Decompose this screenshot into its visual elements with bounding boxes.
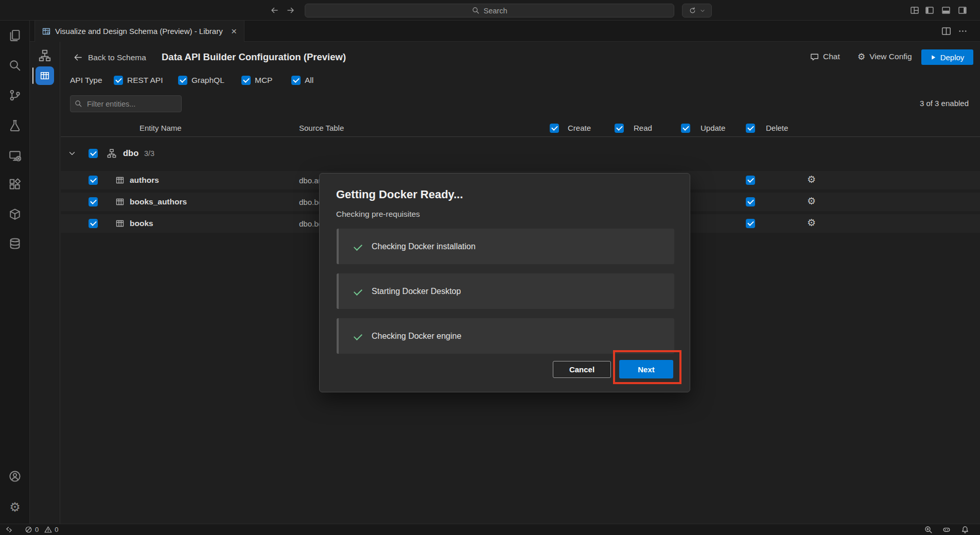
copilot-indicator[interactable] xyxy=(942,524,951,535)
chat-icon xyxy=(810,53,819,61)
warning-icon xyxy=(44,526,52,533)
all-label: All xyxy=(305,76,313,85)
check-icon xyxy=(353,287,363,296)
account-icon[interactable] xyxy=(9,470,21,482)
toggle-sidebar-icon[interactable] xyxy=(925,6,934,15)
nav-back-icon[interactable] xyxy=(270,6,279,15)
delete-checkbox[interactable] xyxy=(746,176,755,185)
tab-label: Visualize and Design Schema (Preview) - … xyxy=(55,27,225,36)
group-name: dbo xyxy=(123,148,138,158)
delete-checkbox[interactable] xyxy=(746,219,755,228)
all-checkbox[interactable] xyxy=(291,76,301,85)
read-all-checkbox[interactable] xyxy=(615,124,624,133)
search-icon[interactable] xyxy=(9,59,21,72)
step-label: Starting Docker Desktop xyxy=(372,287,461,296)
create-all-checkbox[interactable] xyxy=(550,124,559,133)
next-button[interactable]: Next xyxy=(619,360,673,378)
chevron-down-icon xyxy=(699,8,706,14)
docker-ready-dialog: Getting Docker Ready... Checking pre-req… xyxy=(319,173,690,392)
play-icon xyxy=(931,55,936,60)
mcp-label: MCP xyxy=(255,76,272,85)
update-all-checkbox[interactable] xyxy=(681,124,690,133)
delete-all-checkbox[interactable] xyxy=(746,124,755,133)
table-design-icon xyxy=(42,27,50,36)
more-actions-icon[interactable] xyxy=(958,26,968,36)
source-control-icon[interactable] xyxy=(9,89,21,101)
table-config-icon xyxy=(40,71,49,80)
database-icon[interactable] xyxy=(9,237,21,250)
close-icon[interactable]: × xyxy=(230,26,238,36)
container-icon[interactable] xyxy=(9,208,21,220)
notifications-indicator[interactable] xyxy=(961,524,969,535)
api-type-label: API Type xyxy=(70,76,102,85)
create-header: Create xyxy=(568,124,591,132)
row-checkbox[interactable] xyxy=(89,197,98,206)
deploy-label: Deploy xyxy=(940,53,965,62)
tab-visualize-schema[interactable]: Visualize and Design Schema (Preview) - … xyxy=(34,21,244,42)
split-editor-icon[interactable] xyxy=(941,26,951,36)
view-config-button[interactable]: ⚙ View Config xyxy=(857,52,912,61)
dialog-title: Getting Docker Ready... xyxy=(336,188,463,201)
back-to-schema-link[interactable]: Back to Schema xyxy=(73,53,146,62)
mcp-checkbox[interactable] xyxy=(241,76,251,85)
dialog-subtitle: Checking pre-requisites xyxy=(336,210,420,219)
extensions-icon[interactable] xyxy=(9,178,21,191)
entity-name-header: Entity Name xyxy=(139,124,182,132)
api-type-row: API Type REST API GraphQL MCP All xyxy=(61,72,980,89)
source-table-header: Source Table xyxy=(299,124,344,132)
zoom-indicator[interactable] xyxy=(924,524,933,535)
copilot-icon xyxy=(942,526,951,534)
enabled-summary: 3 of 3 enabled xyxy=(920,99,969,108)
chat-label: Chat xyxy=(823,52,840,61)
update-header: Update xyxy=(701,124,725,132)
filter-entities-input[interactable] xyxy=(70,95,182,112)
cancel-button[interactable]: Cancel xyxy=(553,361,611,378)
chat-button[interactable]: Chat xyxy=(810,52,840,61)
remote-icon xyxy=(5,526,13,533)
entity-name: authors xyxy=(130,176,159,185)
activity-bar: ⚙ xyxy=(0,21,30,524)
toggle-panel-icon[interactable] xyxy=(941,6,951,15)
entities-table-header: Entity Name Source Table Create Read Upd… xyxy=(61,119,980,137)
problems-indicator[interactable]: 0 0 xyxy=(25,524,58,535)
command-center-search[interactable]: Search xyxy=(305,4,674,18)
toggle-secondary-sidebar-icon[interactable] xyxy=(958,6,967,15)
session-button[interactable] xyxy=(682,4,712,18)
rest-api-checkbox[interactable] xyxy=(114,76,123,85)
delete-header: Delete xyxy=(766,124,788,132)
session-loop-icon xyxy=(689,7,696,14)
row-settings-gear-icon[interactable]: ⚙ xyxy=(807,218,816,229)
back-arrow-icon xyxy=(73,53,83,62)
filter-entities-field xyxy=(70,95,182,112)
nav-forward-icon[interactable] xyxy=(286,6,295,15)
settings-gear-icon[interactable]: ⚙ xyxy=(8,501,22,513)
warning-count: 0 xyxy=(55,526,58,533)
row-checkbox[interactable] xyxy=(89,219,98,228)
remote-indicator[interactable] xyxy=(5,524,13,535)
back-label: Back to Schema xyxy=(88,53,146,62)
test-beaker-icon[interactable] xyxy=(9,119,21,132)
chevron-down-icon[interactable] xyxy=(68,149,76,158)
search-icon xyxy=(472,7,480,14)
read-header: Read xyxy=(634,124,652,132)
view-config-label: View Config xyxy=(869,52,912,61)
row-settings-gear-icon[interactable]: ⚙ xyxy=(807,175,816,185)
check-icon xyxy=(353,242,363,251)
schema-icon xyxy=(107,149,116,158)
title-bar: Search xyxy=(0,0,980,21)
row-settings-gear-icon[interactable]: ⚙ xyxy=(807,196,816,207)
deploy-button[interactable]: Deploy xyxy=(921,49,973,65)
error-icon xyxy=(25,526,32,533)
row-checkbox[interactable] xyxy=(89,176,98,185)
schema-visualize-icon[interactable] xyxy=(39,49,51,62)
remote-explorer-icon[interactable] xyxy=(9,149,21,162)
graphql-checkbox[interactable] xyxy=(178,76,187,85)
dab-config-button[interactable] xyxy=(36,66,54,85)
step-label: Checking Docker installation xyxy=(372,242,476,251)
vscode-window: { "titlebar": { "search_label": "Search"… xyxy=(0,0,980,535)
layout-customize-icon[interactable] xyxy=(910,6,919,15)
step-docker-desktop: Starting Docker Desktop xyxy=(337,273,674,309)
explorer-icon[interactable] xyxy=(9,29,21,42)
delete-checkbox[interactable] xyxy=(746,197,755,206)
group-checkbox[interactable] xyxy=(89,149,98,158)
